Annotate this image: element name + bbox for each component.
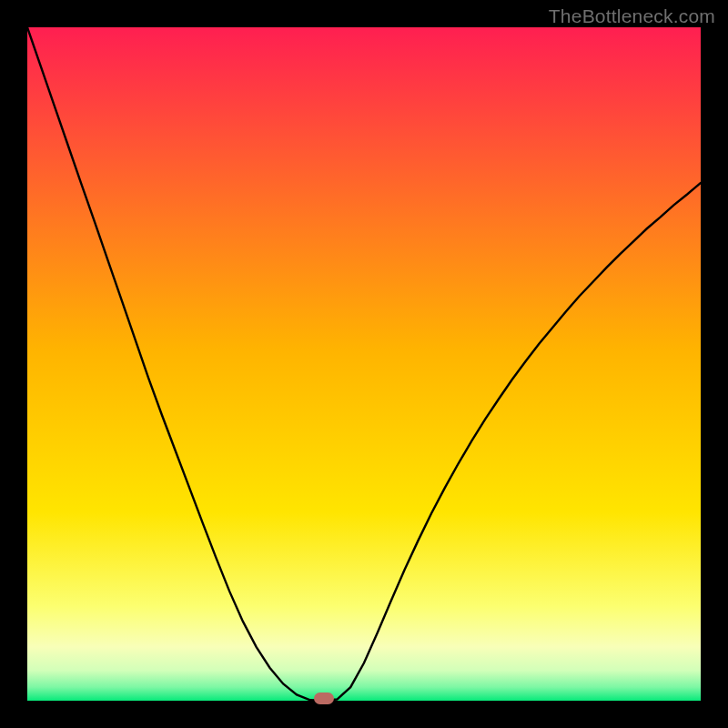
chart-svg	[27, 27, 701, 701]
gradient-background	[27, 27, 701, 701]
chart-frame: TheBottleneck.com	[0, 0, 728, 728]
watermark-text: TheBottleneck.com	[549, 5, 715, 27]
optimum-marker	[314, 693, 334, 704]
plot-area	[27, 27, 701, 701]
